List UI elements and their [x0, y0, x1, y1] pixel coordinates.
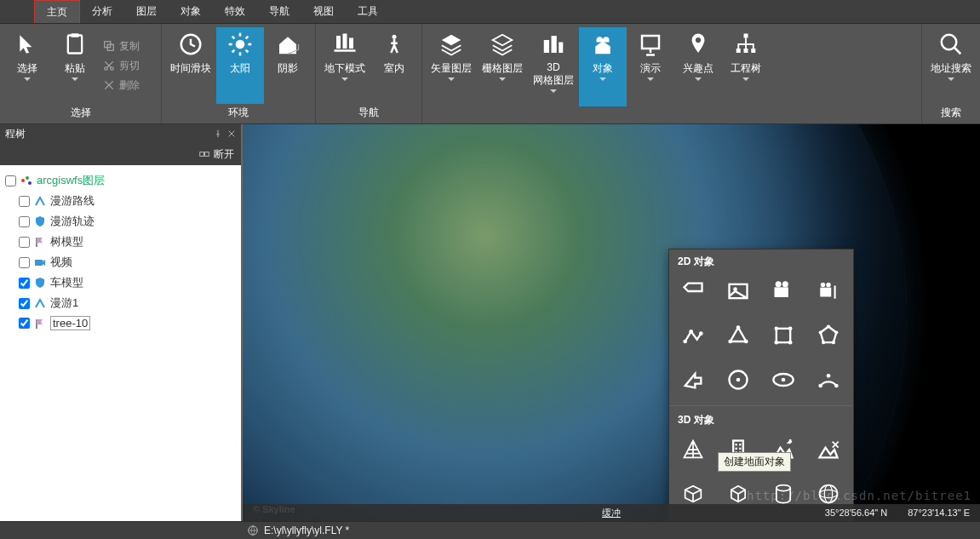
walker-icon [381, 31, 408, 58]
scissors-icon [102, 59, 116, 72]
map-viewport[interactable]: 2D 对象 3D 对象 [243, 124, 980, 521]
disconnect-icon[interactable] [198, 148, 210, 160]
video-side-tool[interactable] [811, 274, 845, 308]
disconnect-button[interactable]: 断开 [214, 147, 234, 162]
svg-line-15 [246, 37, 249, 39]
svg-rect-28 [744, 34, 748, 38]
group-label-nav: 导航 [319, 104, 418, 122]
poi-button[interactable]: 兴趣点 [674, 27, 722, 106]
tree-item[interactable]: 车模型 [3, 272, 238, 293]
tree: arcgiswfs图层漫游路线漫游轨迹树模型视频车模型漫游1tree-10 [0, 165, 241, 521]
tree-item[interactable]: 漫游轨迹 [3, 211, 238, 232]
svg-point-55 [728, 340, 732, 344]
copy-button[interactable]: 复制 [99, 37, 143, 55]
ribbon: 选择 粘贴 复制 剪切 删除 选择 时间滑块 太阳 [0, 24, 980, 124]
menu-tab-analysis[interactable]: 分析 [80, 0, 124, 23]
menu-tab-tools[interactable]: 工具 [346, 0, 390, 23]
object-button[interactable]: 对象 [579, 27, 627, 106]
svg-rect-76 [739, 444, 741, 445]
rectangle-tool[interactable] [766, 318, 800, 353]
svg-point-61 [788, 341, 793, 345]
video-obj-tool[interactable] [766, 274, 800, 308]
address-search-button[interactable]: 地址搜索 [926, 27, 977, 104]
polyline-tool[interactable] [676, 318, 710, 353]
svg-point-60 [775, 341, 779, 345]
tree-item[interactable]: 树模型 [3, 232, 238, 252]
tree-item[interactable]: arcgiswfs图层 [3, 170, 238, 191]
flag-icon [33, 235, 47, 249]
arc-tool[interactable] [811, 363, 845, 397]
svg-point-36 [21, 179, 25, 182]
select-button[interactable]: 选择 [3, 27, 51, 104]
svg-point-65 [822, 341, 825, 344]
svg-point-20 [393, 35, 397, 39]
house-cloud-icon [589, 31, 616, 58]
tree-item[interactable]: 视频 [3, 252, 238, 272]
svg-rect-44 [775, 287, 788, 297]
clipboard-icon [61, 31, 89, 58]
delete-button[interactable]: 删除 [99, 77, 143, 95]
tree-label: 树模型 [50, 234, 83, 249]
svg-point-46 [782, 281, 788, 287]
indoor-button[interactable]: 室内 [370, 27, 418, 104]
tree-checkbox[interactable] [19, 237, 30, 248]
buffer-label[interactable]: 缓冲 [602, 507, 621, 519]
svg-line-13 [246, 50, 249, 53]
menu-tab-effects[interactable]: 特效 [213, 0, 257, 23]
menu-tab-nav[interactable]: 导航 [257, 0, 301, 23]
group-label-search: 搜索 [926, 104, 977, 122]
paste-button[interactable]: 粘贴 [51, 27, 99, 104]
time-slider-button[interactable]: 时间滑块 [165, 27, 216, 104]
terrain-cut-tool[interactable] [811, 433, 845, 467]
menu-tab-home[interactable]: 主页 [34, 0, 80, 23]
layers-icon [438, 31, 465, 58]
menu-bar: 主页 分析 图层 对象 特效 导航 视图 工具 [0, 0, 980, 24]
panel-toolbar: 断开 [0, 143, 241, 165]
copy-icon [102, 39, 116, 53]
pin-icon[interactable] [214, 129, 222, 138]
menu-tab-layer[interactable]: 图层 [124, 0, 169, 23]
ellipse-tool[interactable] [766, 363, 800, 397]
flag-icon [33, 317, 47, 330]
raster-layer-button[interactable]: 栅格图层 [477, 27, 528, 106]
regular-polygon-tool[interactable] [811, 318, 845, 353]
svg-point-71 [818, 384, 822, 388]
tree-checkbox[interactable] [5, 175, 16, 186]
tree-checkbox[interactable] [19, 278, 30, 289]
arrow-tool[interactable] [676, 363, 710, 397]
tree-item[interactable]: 漫游路线 [3, 191, 238, 211]
svg-rect-17 [343, 34, 347, 49]
tree-checkbox[interactable] [19, 318, 30, 329]
svg-rect-29 [736, 49, 741, 53]
tree-checkbox[interactable] [19, 196, 30, 207]
workspace: 程树 断开 arcgiswfs图层漫游路线漫游轨迹树模型视频车模型漫游1tree… [0, 124, 980, 521]
project-tree-button[interactable]: 工程树 [722, 27, 770, 106]
color-dots-icon [20, 174, 33, 187]
svg-point-58 [775, 327, 779, 331]
svg-point-52 [689, 330, 693, 334]
mesh-layer-button[interactable]: 3D 网格图层 [528, 27, 579, 106]
svg-rect-78 [739, 448, 741, 450]
underground-button[interactable]: 地下模式 [319, 27, 370, 104]
sun-button[interactable]: 太阳 [216, 27, 264, 104]
svg-rect-18 [349, 38, 353, 49]
polygon-tool[interactable] [721, 318, 755, 353]
tree-checkbox[interactable] [19, 257, 30, 268]
svg-point-70 [782, 378, 786, 382]
cut-button[interactable]: 剪切 [99, 57, 143, 75]
tree-checkbox[interactable] [19, 298, 30, 309]
vector-layer-button[interactable]: 矢量图层 [426, 27, 477, 106]
circle-tool[interactable] [721, 363, 755, 397]
presentation-button[interactable]: 演示 [627, 27, 674, 106]
menu-tab-view[interactable]: 视图 [301, 0, 346, 23]
close-icon[interactable] [227, 129, 236, 138]
tree-item[interactable]: tree-10 [3, 313, 238, 333]
tree-checkbox[interactable] [19, 216, 30, 227]
pyramid-lines-tool[interactable] [676, 433, 710, 467]
text-label-tool[interactable] [676, 274, 710, 308]
shadow-button[interactable]: 阴影 [264, 27, 312, 104]
menu-tab-object[interactable]: 对象 [169, 0, 213, 23]
svg-point-66 [819, 330, 822, 334]
tree-item[interactable]: 漫游1 [3, 293, 238, 313]
image-label-tool[interactable] [721, 274, 755, 308]
